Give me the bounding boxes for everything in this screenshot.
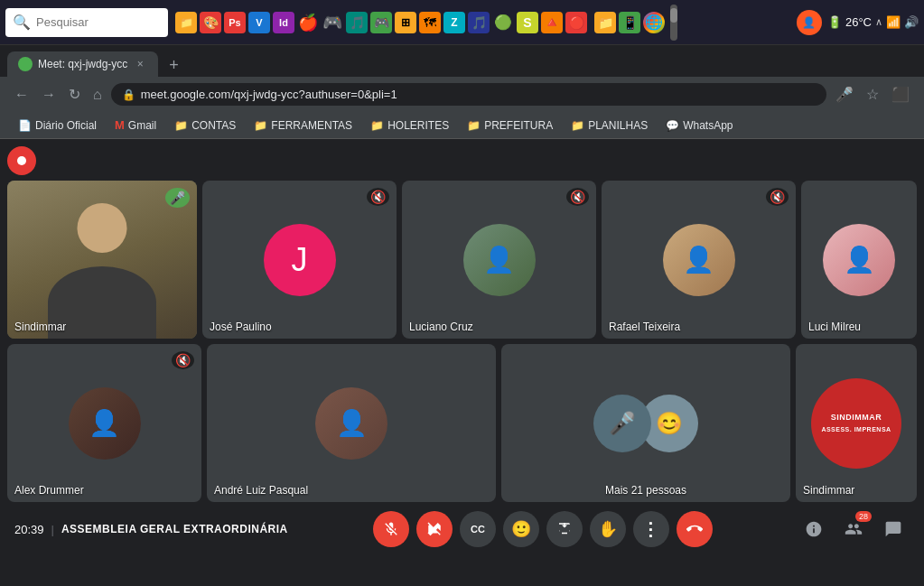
bookmark-ferramentas[interactable]: 📁 FERRAMENTAS <box>247 116 359 135</box>
taskbar-scrollbar-thumb <box>670 8 677 23</box>
taskbar-app-icon-8[interactable]: 🎵 <box>346 12 368 33</box>
meeting-info: 20:39 | ASSEMBLEIA GERAL EXTRAORDINÁRIA <box>14 523 288 536</box>
url-input[interactable]: 🔒 meet.google.com/qxj-jwdg-ycc?authuser=… <box>111 83 826 106</box>
participant-name-sindimmar: Sindimmar <box>14 321 66 333</box>
bookmark-gmail-label: Gmail <box>128 119 156 132</box>
taskbar-app-icon-9[interactable]: 🎮 <box>370 12 392 33</box>
luci-photo: 👤 <box>823 224 895 296</box>
whatsapp-bookmark-icon: 💬 <box>666 119 679 132</box>
raise-hand-button[interactable]: ✋ <box>590 511 626 547</box>
extension-icon[interactable]: ⬛ <box>888 82 913 107</box>
bookmark-planilhas-label: PLANILHAS <box>588 119 648 132</box>
bookmark-diario[interactable]: 📄 Diário Oficial <box>11 116 104 135</box>
participant-sindimmar-logo: SINDIMMAR ASSESS. IMPRENSA Sindimmar <box>796 344 917 502</box>
group-avatar-1: 🎤 <box>593 395 651 452</box>
people-button[interactable]: 28 <box>837 513 870 545</box>
taskbar-icon-r2-3[interactable]: 🌐 <box>643 12 665 33</box>
taskbar-app-icon-11[interactable]: 🗺 <box>419 12 441 33</box>
search-bar[interactable]: 🔍 <box>5 8 168 37</box>
folder-ferramentas-icon: 📁 <box>254 119 267 132</box>
browser-tab-bar: Meet: qxj-jwdg-ycc × + <box>0 45 924 77</box>
taskbar-app-icon-1[interactable]: 📁 <box>175 12 197 33</box>
taskbar-app-icon-13[interactable]: 🎵 <box>468 12 490 33</box>
participant-name-andre: André Luiz Pasqual <box>214 484 308 497</box>
cc-button[interactable]: CC <box>460 511 496 547</box>
user-avatar-icon[interactable]: 👤 <box>797 10 822 35</box>
temp-arrow[interactable]: ∧ <box>875 16 882 28</box>
info-button[interactable] <box>798 513 830 545</box>
mic-button[interactable] <box>373 511 409 547</box>
participant-name-sindimmar-2: Sindimmar <box>803 484 854 497</box>
taskbar-app-icon-6[interactable]: 🍎 <box>297 12 319 33</box>
emoji-button[interactable]: 🙂 <box>503 511 539 547</box>
meeting-side-actions: 28 <box>798 513 910 545</box>
taskbar-icon-r2-1[interactable]: 📁 <box>594 12 616 33</box>
taskbar-icon-r2-2[interactable]: 📱 <box>619 12 640 33</box>
temperature-display: 26°C <box>845 15 872 29</box>
back-button[interactable]: ← <box>11 83 33 107</box>
speaking-indicator: 🎤 <box>165 188 190 208</box>
bookmark-planilhas[interactable]: 📁 PLANILHAS <box>564 116 655 135</box>
microphone-address-icon[interactable]: 🎤 <box>832 82 857 107</box>
bookmark-whatsapp[interactable]: 💬 WhatsApp <box>658 116 740 135</box>
bookmark-star-icon[interactable]: ☆ <box>863 82 882 107</box>
tray-wifi-icon: 📶 <box>886 15 901 29</box>
taskbar-right: 👤 🔋 26°C ∧ 📶 🔊 <box>797 10 919 35</box>
participant-rafael-teixeira: 👤 🔇 Rafael Teixeira <box>602 181 796 339</box>
taskbar-app-icon-7[interactable]: 🎮 <box>322 12 343 33</box>
bookmark-holerites[interactable]: 📁 HOLERITES <box>363 116 456 135</box>
andre-photo: 👤 <box>315 387 387 460</box>
folder-planilhas-icon: 📁 <box>571 119 584 132</box>
home-button[interactable]: ⌂ <box>89 83 106 107</box>
present-button[interactable] <box>546 511 583 547</box>
group-avatars: 🎤 😊 <box>593 395 698 452</box>
taskbar-app-icon-12[interactable]: Z <box>443 12 465 33</box>
participant-jose-paulino: J 🔇 José Paulino <box>202 181 397 339</box>
end-call-button[interactable] <box>677 511 713 547</box>
chat-button[interactable] <box>877 513 910 545</box>
bookmark-prefeitura[interactable]: 📁 PREFEITURA <box>460 116 560 135</box>
taskbar-app-icon-16[interactable]: 🔺 <box>541 12 563 33</box>
taskbar-app-icon-2[interactable]: 🎨 <box>200 12 221 33</box>
taskbar-app-icons: 📁 🎨 Ps V Id 🍎 🎮 🎵 🎮 ⊞ 🗺 Z 🎵 🟢 S 🔺 🔴 <box>175 12 587 33</box>
address-bar: ← → ↻ ⌂ 🔒 meet.google.com/qxj-jwdg-ycc?a… <box>0 77 924 112</box>
taskbar-app-icon-3[interactable]: Ps <box>224 12 246 33</box>
taskbar-scrollbar[interactable] <box>670 5 677 41</box>
participant-alex-drummer: 👤 🔇 Alex Drummer <box>7 344 201 502</box>
address-actions: 🎤 ☆ ⬛ <box>832 82 913 107</box>
participant-luciano-cruz: 👤 🔇 Luciano Cruz <box>402 181 596 339</box>
browser-tab-meet[interactable]: Meet: qxj-jwdg-ycc × <box>7 51 158 77</box>
bookmark-contas[interactable]: 📁 CONTAS <box>167 116 243 135</box>
url-text[interactable]: meet.google.com/qxj-jwdg-ycc?authuser=0&… <box>141 88 397 101</box>
participant-andre-luiz: 👤 André Luiz Pasqual <box>207 344 496 502</box>
gmail-icon: M <box>115 118 125 132</box>
bookmark-ferramentas-label: FERRAMENTAS <box>271 119 352 132</box>
taskbar-app-icon-17[interactable]: 🔴 <box>565 12 587 33</box>
taskbar-app-icon-10[interactable]: ⊞ <box>395 12 416 33</box>
folder-holerites-icon: 📁 <box>370 119 384 132</box>
participant-name-alex: Alex Drummer <box>14 484 84 497</box>
taskbar-app-icon-4[interactable]: V <box>248 12 270 33</box>
participant-name-luci: Luci Milreu <box>808 321 861 333</box>
bookmark-diario-label: Diário Oficial <box>35 119 97 132</box>
tray-battery-icon: 🔋 <box>827 15 842 29</box>
participant-luci-milreu: 👤 Luci Milreu <box>801 181 917 339</box>
search-icon: 🔍 <box>13 14 31 31</box>
camera-button[interactable] <box>416 511 453 547</box>
taskbar-app-icon-5[interactable]: Id <box>273 12 294 33</box>
alex-mute-icon: 🔇 <box>172 351 194 369</box>
search-input[interactable] <box>36 15 161 29</box>
bookmark-gmail[interactable]: M Gmail <box>107 116 163 135</box>
new-tab-button[interactable]: + <box>162 54 186 77</box>
sindimmar-logo-image: SINDIMMAR ASSESS. IMPRENSA <box>811 378 901 469</box>
more-options-button[interactable]: ⋮ <box>633 511 669 547</box>
tab-close-button[interactable]: × <box>133 57 147 71</box>
forward-button[interactable]: → <box>38 83 60 107</box>
jose-paulino-mute-icon: 🔇 <box>367 188 389 206</box>
tray-icons: 🔋 26°C ∧ 📶 🔊 <box>827 15 919 29</box>
recording-button[interactable] <box>7 146 36 175</box>
taskbar-app-icon-15[interactable]: S <box>517 12 538 33</box>
raise-hand-icon: ✋ <box>598 519 618 539</box>
refresh-button[interactable]: ↻ <box>65 82 84 107</box>
taskbar-app-icon-14[interactable]: 🟢 <box>492 12 514 33</box>
